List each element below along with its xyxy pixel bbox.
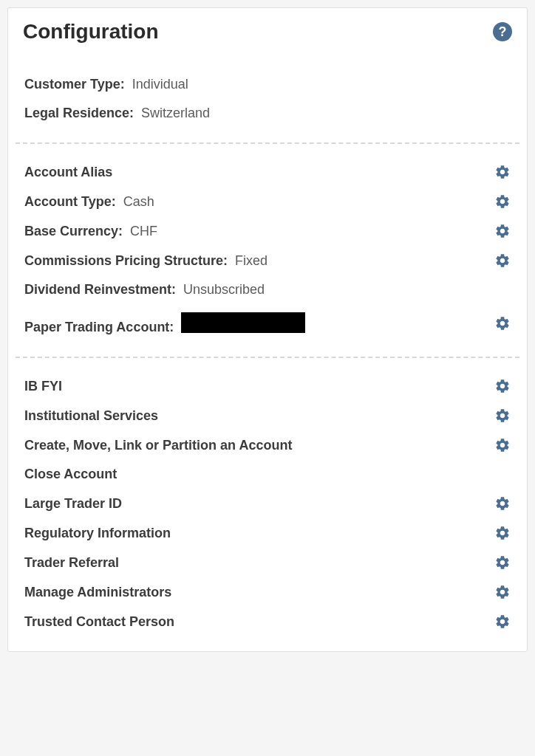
setting-row-commissions-pricing-structure: Commissions Pricing Structure:Fixed [24,246,511,275]
gear-icon[interactable] [494,554,511,571]
setting-value: CHF [130,224,157,239]
gear-icon[interactable] [494,252,511,269]
setting-row-account-alias: Account Alias [24,157,511,187]
link-label[interactable]: IB FYI [24,379,62,394]
setting-label: Commissions Pricing Structure: [24,253,228,269]
link-row-trusted-contact-person: Trusted Contact Person [24,607,511,636]
legal-residence-value: Switzerland [141,106,210,121]
setting-row-base-currency: Base Currency:CHF [24,216,511,246]
link-row-regulatory-information: Regulatory Information [24,518,511,548]
setting-label: Paper Trading Account: [24,320,174,335]
gear-icon[interactable] [494,614,511,630]
setting-label: Base Currency: [24,224,123,239]
setting-value: Cash [123,194,154,210]
setting-label: Account Alias [24,165,112,180]
link-label[interactable]: Manage Administrators [24,585,171,600]
setting-label: Account Type: [24,194,116,210]
link-label[interactable]: Close Account [24,467,117,482]
link-row-create-move-link-or-partition-an-account: Create, Move, Link or Partition an Accou… [24,430,511,460]
help-icon[interactable]: ? [493,22,512,41]
gear-icon[interactable] [494,315,511,331]
link-label[interactable]: Trader Referral [24,555,119,571]
link-row-manage-administrators: Manage Administrators [24,577,511,607]
setting-row-account-type: Account Type:Cash [24,187,511,216]
panel-title: Configuration [23,20,159,44]
gear-icon[interactable] [494,495,511,512]
link-row-ib-fyi: IB FYI [24,371,511,401]
setting-row-dividend-reinvestment: Dividend Reinvestment:Unsubscribed [24,275,511,304]
legal-residence-row: Legal Residence: Switzerland [24,99,511,128]
info-section: Customer Type: Individual Legal Residenc… [8,57,527,142]
link-label[interactable]: Create, Move, Link or Partition an Accou… [24,438,292,453]
setting-row-paper-trading-account: Paper Trading Account: [24,304,511,342]
configuration-panel: Configuration ? Customer Type: Individua… [7,7,528,652]
link-label[interactable]: Regulatory Information [24,526,171,541]
gear-icon[interactable] [494,525,511,541]
panel-header: Configuration ? [8,8,527,57]
setting-value: Unsubscribed [183,282,265,298]
gear-icon[interactable] [494,584,511,600]
links-section: IB FYIInstitutional ServicesCreate, Move… [8,358,527,651]
link-row-trader-referral: Trader Referral [24,548,511,577]
link-row-institutional-services: Institutional Services [24,401,511,430]
link-label[interactable]: Trusted Contact Person [24,614,174,630]
settings-section: Account AliasAccount Type:CashBase Curre… [8,144,527,357]
link-row-close-account: Close Account [24,460,511,489]
setting-value: Fixed [235,253,268,269]
gear-icon[interactable] [494,378,511,394]
legal-residence-label: Legal Residence: [24,106,134,121]
gear-icon[interactable] [494,437,511,453]
setting-label: Dividend Reinvestment: [24,282,176,298]
redacted-value [181,312,305,333]
link-row-large-trader-id: Large Trader ID [24,489,511,518]
link-label[interactable]: Institutional Services [24,408,158,424]
link-label[interactable]: Large Trader ID [24,496,122,512]
gear-icon[interactable] [494,223,511,239]
customer-type-row: Customer Type: Individual [24,70,511,99]
gear-icon[interactable] [494,164,511,180]
gear-icon[interactable] [494,193,511,210]
gear-icon[interactable] [494,408,511,424]
customer-type-value: Individual [132,77,188,92]
customer-type-label: Customer Type: [24,77,125,92]
